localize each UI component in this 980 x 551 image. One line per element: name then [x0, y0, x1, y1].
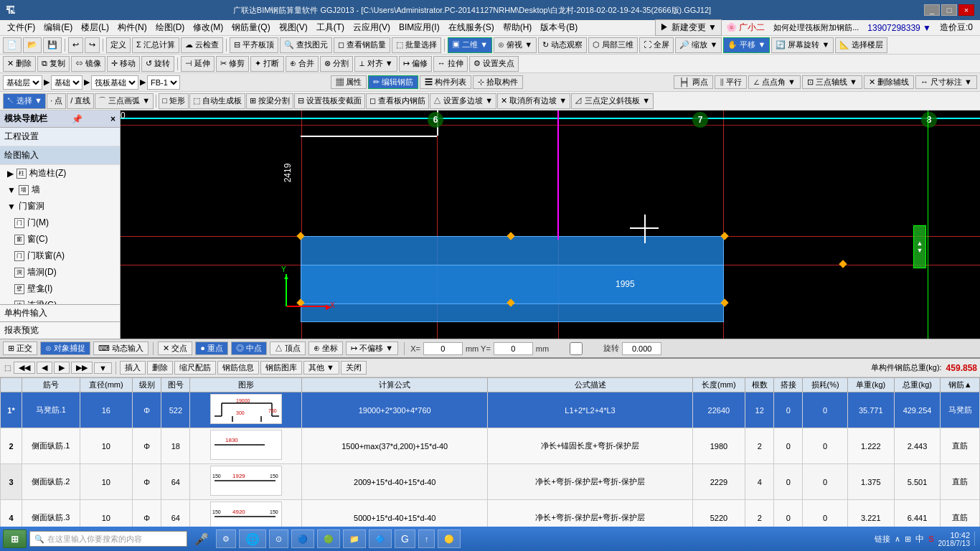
rotate-checkbox[interactable]: [555, 342, 598, 355]
select-floor-btn[interactable]: 📐 选择楼层: [835, 37, 887, 53]
rotate-screen-btn[interactable]: 🔄 屏幕旋转 ▼: [771, 37, 834, 53]
loss[interactable]: 0: [803, 464, 847, 500]
col-count[interactable]: 根数: [745, 378, 774, 392]
handle-mr[interactable]: [839, 260, 847, 268]
length[interactable]: 2229: [692, 464, 745, 500]
length[interactable]: 1980: [692, 428, 745, 464]
find-btn[interactable]: 🔍 查找图元: [280, 37, 332, 53]
grip-btn[interactable]: ⚙ 设置夹点: [469, 56, 519, 72]
shape[interactable]: 19000 760 300: [190, 392, 302, 428]
rebar-library-btn[interactable]: 钢筋图库: [260, 361, 302, 375]
unit-weight[interactable]: 1.222: [847, 428, 894, 464]
rebar-info-btn[interactable]: 钢筋信息: [217, 361, 259, 375]
pick-component-btn[interactable]: ⊹ 拾取构件: [473, 75, 523, 89]
sidebar-item-wall-opening[interactable]: 洞 墙洞(D): [0, 264, 120, 281]
2d-btn[interactable]: ▣ 二维 ▼: [448, 37, 492, 53]
taskbar-item-app5[interactable]: ↑: [418, 529, 435, 548]
taskbar-item-app1[interactable]: 🔵: [291, 529, 314, 548]
desc[interactable]: 净长+弯折-保护层+弯折-保护层: [488, 500, 692, 530]
rect-tool-btn[interactable]: □ 矩形: [159, 93, 189, 109]
menu-item-tools[interactable]: 工具(T): [312, 20, 349, 35]
bar-num[interactable]: 侧面纵筋.2: [22, 464, 80, 500]
sidebar-item-project-settings[interactable]: 工程设置: [0, 128, 120, 146]
sidebar-item-door[interactable]: 门 门(M): [0, 215, 120, 231]
close-button[interactable]: ×: [958, 4, 974, 16]
col-shape[interactable]: 图形: [190, 378, 302, 392]
desc[interactable]: 净长+锚固长度+弯折-保护层: [488, 428, 692, 464]
bar-num[interactable]: 侧面纵筋.1: [22, 428, 80, 464]
mirror-btn[interactable]: ⇔ 镜像: [71, 56, 105, 72]
undo-btn[interactable]: ↩: [68, 37, 83, 53]
ortho-btn[interactable]: ⊞ 正交: [3, 342, 37, 355]
tray-sougou[interactable]: S: [928, 534, 933, 543]
top-view-btn[interactable]: ⊙ 俯视 ▼: [494, 37, 537, 53]
menu-item-view[interactable]: 视图(V): [275, 20, 312, 35]
col-length[interactable]: 长度(mm): [692, 378, 745, 392]
minimize-button[interactable]: _: [924, 4, 940, 16]
partial-3d-btn[interactable]: ⬡ 局部三维: [588, 37, 638, 53]
bar-type[interactable]: 直筋: [941, 428, 980, 464]
category-select[interactable]: 基础: [51, 75, 83, 90]
parallel-btn[interactable]: ∥ 平行: [715, 75, 747, 89]
show-desktop-btn[interactable]: [974, 532, 977, 546]
menu-item-bim[interactable]: BIM应用(I): [395, 20, 444, 35]
col-formula[interactable]: 计算公式: [302, 378, 488, 392]
diameter[interactable]: 10: [80, 464, 132, 500]
rotate-btn[interactable]: ↺ 旋转: [141, 56, 174, 72]
delete-row-btn[interactable]: 删除: [147, 361, 173, 375]
sidebar-item-niche[interactable]: 壁 壁龛(I): [0, 281, 120, 297]
bar-num[interactable]: 侧面纵筋.3: [22, 500, 80, 530]
table-row[interactable]: 1*马凳筋.116Φ522 19000 760 300 19000+2*300+…: [1, 392, 980, 428]
snap-btn[interactable]: ⊙ 对象捕捉: [40, 342, 90, 355]
menu-item-draw[interactable]: 绘图(D): [151, 20, 189, 35]
no-offset-btn[interactable]: ↦ 不偏移 ▼: [346, 342, 398, 355]
del-aux-btn[interactable]: ✕ 删除辅线: [864, 75, 914, 89]
move-btn[interactable]: ✛ 移动: [107, 56, 140, 72]
col-unit-weight[interactable]: 单重(kg): [847, 378, 894, 392]
row-num[interactable]: 4: [1, 500, 22, 530]
shape[interactable]: 1929 150 150: [190, 464, 302, 500]
unit-weight[interactable]: 1.375: [847, 464, 894, 500]
split-btn[interactable]: ⊗ 分割: [320, 56, 353, 72]
grade[interactable]: Φ: [133, 392, 161, 428]
angle-btn[interactable]: ∠ 点点角 ▼: [748, 75, 801, 89]
component-list-btn[interactable]: ☰ 构件列表: [420, 75, 471, 89]
col-lap[interactable]: 搭接: [774, 378, 803, 392]
formula[interactable]: 2009+15*d-40+15*d-40: [302, 464, 488, 500]
sidebar-item-column[interactable]: ▶ 柱 构造柱(Z): [0, 165, 120, 182]
layer-select[interactable]: 基础层: [3, 75, 42, 90]
taskbar-item-app3[interactable]: 🔷: [369, 529, 392, 548]
count[interactable]: 4: [745, 464, 774, 500]
menu-item-floor[interactable]: 楼层(L): [77, 20, 113, 35]
x-input[interactable]: [423, 342, 463, 355]
count[interactable]: 2: [745, 428, 774, 464]
scale-rebar-btn[interactable]: 缩尺配筋: [174, 361, 216, 375]
midpoint-btn[interactable]: ● 重点: [195, 342, 228, 355]
right-widget[interactable]: ▲ ▼: [913, 225, 926, 268]
lap[interactable]: 0: [774, 464, 803, 500]
shape[interactable]: 4920 150 150: [190, 500, 302, 530]
stretch-btn[interactable]: ↔ 拉伸: [433, 56, 468, 72]
set-section-btn[interactable]: ⊟ 设置筏板变截面: [294, 93, 365, 109]
taskbar-item-folder[interactable]: 📁: [343, 529, 366, 548]
two-point-btn[interactable]: ╞╡ 两点: [674, 75, 713, 89]
menu-item-file[interactable]: 文件(F): [3, 20, 39, 35]
vertex-btn[interactable]: △ 顶点: [270, 342, 306, 355]
nav-last-btn[interactable]: ▶▶: [71, 362, 93, 374]
count[interactable]: 12: [745, 392, 774, 428]
canvas-area[interactable]: 6 7 8 0 2419 1995 ▲ Y ▶ X ▲: [121, 110, 980, 339]
diameter[interactable]: 16: [80, 392, 132, 428]
shape[interactable]: 1830: [190, 428, 302, 464]
col-bar-type[interactable]: 钢筋▲: [941, 378, 980, 392]
lap[interactable]: 0: [774, 392, 803, 428]
raft-slab-bottom-left[interactable]: [301, 265, 724, 304]
menu-item-help[interactable]: 帮助(H): [499, 20, 537, 35]
fig-num[interactable]: 18: [161, 428, 190, 464]
maximize-button[interactable]: □: [941, 4, 957, 16]
bar-type[interactable]: 直筋: [941, 500, 980, 530]
taskbar-item-app4[interactable]: G: [395, 529, 415, 548]
menu-item-version[interactable]: 版本号(B): [536, 20, 582, 35]
row-num[interactable]: 2: [1, 428, 22, 464]
select-tool-btn[interactable]: ↖ 选择 ▼: [3, 93, 46, 109]
three-axis-btn[interactable]: ⊡ 三点轴线 ▼: [802, 75, 862, 89]
